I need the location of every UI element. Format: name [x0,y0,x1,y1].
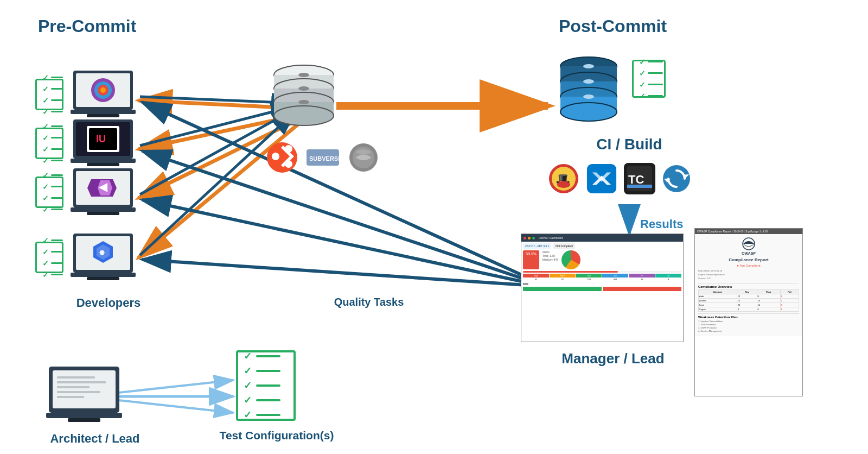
svg-rect-35 [71,159,136,163]
architect-lead-label: Architect / Lead [35,432,155,446]
laptop-dev2: IU [71,119,136,171]
svg-rect-96 [57,376,95,379]
postcommit-db [553,54,624,130]
svg-point-77 [583,79,594,84]
laptop-dev4: ⎈ [71,234,136,285]
repository-db [266,60,342,136]
svg-text:⎈: ⎈ [99,248,105,257]
svg-point-64 [285,160,292,168]
svg-text:IU: IU [96,134,106,144]
svg-line-9 [138,119,304,258]
laptop-dev3: ◀ [71,168,136,220]
test-config-checklist: ✓ ✓ ✓ ✓ ✓ [236,350,296,421]
svg-rect-36 [87,163,119,166]
svg-point-78 [583,94,594,99]
svg-rect-28 [71,110,136,114]
svg-rect-100 [57,396,84,398]
test-config-label: Test Configuration(s) [212,429,342,442]
quality-tasks-label: Quality Tasks [293,296,445,308]
svg-point-27 [100,87,106,93]
owasp-report-panel: OWASP Compliance Report - 2019-01-18.pdf… [694,228,803,396]
checklist-3: ✓ ✓ ✓ ✓ [35,176,63,208]
svg-point-58 [298,73,309,77]
laptop-dev1 [71,71,136,122]
ci-build-label: CI / Build [575,136,684,153]
svg-text:SUBVERSION: SUBVERSION [309,155,342,162]
svg-rect-42 [71,207,136,212]
svg-point-62 [272,153,279,160]
svg-text:TC: TC [628,173,644,186]
svg-rect-101 [46,413,122,418]
developers-label: Developers [71,296,146,310]
svg-line-19 [108,380,233,394]
postcommit-checklist: ✓ ✓ ✓ ✓ [632,60,666,98]
vcs-icons: SUBVERSION [266,141,380,174]
svg-point-59 [298,86,309,91]
precommit-title: Pre-Commit [38,16,136,36]
svg-line-16 [142,200,526,282]
svg-line-20 [108,399,233,413]
postcommit-title: Post-Commit [559,16,667,36]
svg-rect-43 [87,212,119,215]
svg-point-57 [274,106,334,125]
ci-tool-icons: 🎩 TC [548,163,692,194]
svg-point-76 [583,64,594,68]
svg-rect-89 [627,185,652,188]
results-label: Results [640,217,683,231]
manager-lead-label: Manager / Lead [537,350,689,367]
checklist-4: ✓ ✓ ✓ ✓ [35,242,63,273]
laptop-architect [46,367,122,426]
svg-rect-29 [87,114,119,117]
svg-text:◀: ◀ [98,181,108,193]
svg-rect-50 [87,277,119,280]
svg-rect-102 [68,418,100,422]
svg-point-60 [298,100,309,104]
svg-point-82 [557,181,570,188]
svg-rect-49 [71,273,136,277]
checklist-2: ✓ ✓ ✓ ✓ [35,128,63,159]
svg-rect-97 [57,381,106,383]
dashboard-panel: OWASP Dashboard ZAP 2.7 - ABT 3.4.1 Not … [521,234,684,342]
svg-rect-95 [53,370,116,408]
checklist-1: ✓ ✓ ✓ ✓ [35,79,63,110]
diagram-container: Pre-Commit Post-Commit ✓ ✓ ✓ ✓ ✓ ✓ ✓ ✓ ✓… [0,0,868,454]
svg-rect-99 [57,391,100,393]
svg-line-17 [142,260,526,285]
svg-point-75 [560,103,617,121]
svg-rect-98 [57,386,90,388]
svg-point-63 [285,145,292,153]
